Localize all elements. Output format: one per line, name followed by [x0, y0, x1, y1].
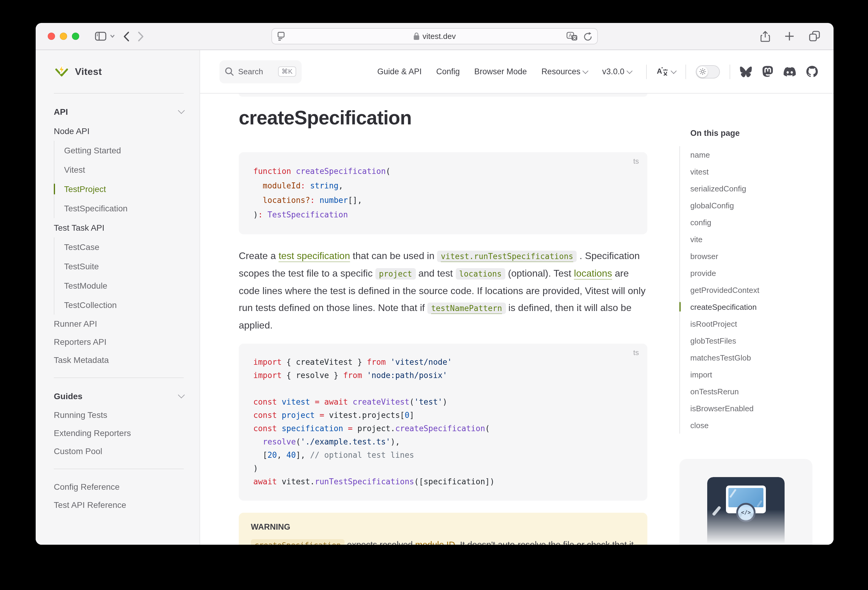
code-line: locations?: number[],: [253, 193, 633, 208]
sidebar-group: Getting StartedVitestTestProjectTestSpec…: [54, 141, 184, 218]
toc-item-getprovidedcontext[interactable]: getProvidedContext: [690, 281, 834, 298]
inline-link-module-id[interactable]: module ID: [415, 540, 455, 545]
sidebar-nav: APINode APIGetting StartedVitestTestProj…: [35, 94, 199, 514]
nav-link-guide-api[interactable]: Guide & API: [377, 67, 422, 76]
sidebar-item-reporters-api[interactable]: Reporters API: [54, 333, 184, 351]
chevron-down-icon: [626, 68, 633, 74]
toc-item-vitest[interactable]: vitest: [690, 163, 834, 180]
browser-window: vitest.dev A: [35, 23, 834, 545]
toc-item-close[interactable]: close: [690, 417, 834, 434]
code-line: import { createVitest } from 'vitest/nod…: [253, 356, 633, 369]
sidebar-item-task-metadata[interactable]: Task Metadata: [54, 351, 184, 369]
inline-code-createspecification: createSpecification: [251, 539, 344, 545]
nav-link-config[interactable]: Config: [436, 67, 460, 76]
toc-item-serializedconfig[interactable]: serializedConfig: [690, 180, 834, 197]
share-icon[interactable]: [760, 31, 770, 42]
svg-text:A: A: [657, 67, 662, 75]
mastodon-icon[interactable]: [762, 66, 773, 77]
site-logo[interactable]: Vitest: [35, 50, 199, 94]
inline-link-locations[interactable]: locations: [574, 268, 612, 278]
sidebar-item-node-api[interactable]: Node API: [54, 121, 184, 141]
address-bar[interactable]: vitest.dev A: [272, 28, 598, 44]
forward-button[interactable]: [138, 31, 144, 41]
sidebar-item-config-reference[interactable]: Config Reference: [54, 478, 184, 496]
site-title: Vitest: [75, 66, 102, 77]
toc-item-vite[interactable]: vite: [690, 231, 834, 247]
search-icon: [225, 67, 234, 76]
code-line: await vitest.runTestSpecifications([spec…: [253, 475, 633, 488]
search-label: Search: [238, 67, 263, 76]
sidebar-item-testspecification[interactable]: TestSpecification: [64, 199, 184, 218]
bluesky-icon[interactable]: [740, 66, 752, 77]
zoom-window-button[interactable]: [72, 32, 79, 40]
toc-item-name[interactable]: name: [690, 146, 834, 163]
toc-item-browser[interactable]: browser: [690, 247, 834, 265]
github-icon[interactable]: [806, 66, 818, 77]
search-shortcut: ⌘K: [278, 66, 296, 77]
sidebar-item-custom-pool[interactable]: Custom Pool: [54, 442, 184, 460]
sidebar-item-testcase[interactable]: TestCase: [64, 237, 184, 257]
new-tab-icon[interactable]: [785, 31, 794, 41]
sidebar-item-guides[interactable]: Guides: [54, 387, 184, 406]
toc-item-provide[interactable]: provide: [690, 265, 834, 281]
sidebar-toggle-icon[interactable]: [95, 31, 115, 41]
back-button[interactable]: [123, 31, 129, 41]
translate-page-icon[interactable]: A: [566, 31, 578, 41]
sponsor-illustration: </>: [707, 477, 785, 545]
minimize-window-button[interactable]: [60, 32, 67, 40]
nav-dropdown-resources[interactable]: Resources: [541, 67, 588, 76]
toc-item-matchestestglob[interactable]: matchesTestGlob: [690, 349, 834, 366]
vitest-logo-icon: [54, 64, 69, 80]
divider: [54, 469, 184, 469]
sidebar-item-test-task-api[interactable]: Test Task API: [54, 218, 184, 237]
sidebar-item-testcollection[interactable]: TestCollection: [64, 295, 184, 315]
divider: [54, 377, 184, 378]
toc-item-globalconfig[interactable]: globalConfig: [690, 197, 834, 214]
tab-overview-icon[interactable]: [809, 31, 820, 42]
sidebar-item-getting-started[interactable]: Getting Started: [64, 141, 184, 160]
warning-callout: WARNING createSpecification expects reso…: [239, 513, 647, 545]
nav-dropdown-v3-0-0[interactable]: v3.0.0: [602, 67, 632, 76]
magnifier-code-icon: </>: [736, 503, 756, 522]
toc-item-globtestfiles[interactable]: globTestFiles: [690, 332, 834, 349]
sidebar-item-test-api-reference[interactable]: Test API Reference: [54, 496, 184, 514]
toc-item-ontestsrerun[interactable]: onTestsRerun: [690, 383, 834, 400]
inline-link-vitest-runtestspecifications[interactable]: vitest.runTestSpecifications: [437, 251, 577, 262]
code-lang-badge: ts: [633, 157, 639, 165]
sidebar-item-running-tests[interactable]: Running Tests: [54, 406, 184, 424]
close-window-button[interactable]: [48, 32, 55, 40]
discord-icon[interactable]: [783, 67, 796, 77]
toc-item-isbrowserenabled[interactable]: isBrowserEnabled: [690, 400, 834, 417]
code-line: const project = vitest.projects[0]: [253, 409, 633, 422]
search-button[interactable]: Search ⌘K: [219, 60, 302, 83]
doc-content: createSpecification ts function createSp…: [200, 94, 834, 545]
code-line: moduleId: string,: [253, 179, 633, 193]
sidebar-item-extending-reporters[interactable]: Extending Reporters: [54, 424, 184, 442]
code-block-signature: ts function createSpecification( moduleI…: [239, 152, 647, 234]
sidebar-item-testmodule[interactable]: TestModule: [64, 276, 184, 295]
toc-item-isrootproject[interactable]: isRootProject: [690, 315, 834, 332]
sidebar-item-runner-api[interactable]: Runner API: [54, 315, 184, 333]
reader-view-icon[interactable]: [277, 32, 285, 41]
nav-link-browser-mode[interactable]: Browser Mode: [474, 67, 527, 76]
toc-item-import[interactable]: import: [690, 366, 834, 383]
code-line: ): TestSpecification: [253, 208, 633, 222]
inline-link-testnamepattern[interactable]: testNamePattern: [427, 303, 506, 314]
theme-toggle[interactable]: [696, 65, 720, 78]
sidebar-item-api[interactable]: API: [54, 102, 184, 121]
language-menu[interactable]: A: [657, 66, 676, 77]
url-host: vitest.dev: [422, 32, 456, 41]
toc-item-config[interactable]: config: [690, 214, 834, 231]
inline-link-test-specification[interactable]: test specification: [279, 251, 350, 261]
toc-item-createspecification[interactable]: createSpecification: [690, 298, 834, 315]
sidebar-item-vitest[interactable]: Vitest: [64, 160, 184, 180]
sidebar-item-testproject[interactable]: TestProject: [64, 180, 184, 199]
code-line: ): [253, 462, 633, 475]
sponsor-card[interactable]: </>: [679, 459, 812, 545]
reload-icon[interactable]: [583, 31, 592, 41]
code-line: function createSpecification(: [253, 164, 633, 179]
code-line: const vitest = await createVitest('test'…: [253, 396, 633, 409]
chevron-down-icon: [110, 34, 115, 38]
sidebar-item-testsuite[interactable]: TestSuite: [64, 257, 184, 276]
code-line: import { resolve } from 'node:path/posix…: [253, 369, 633, 382]
